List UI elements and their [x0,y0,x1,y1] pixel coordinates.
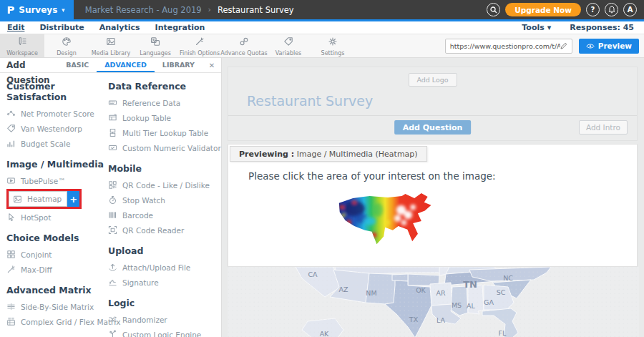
preview-button[interactable]: Preview [579,39,639,54]
background-us-map: CAAZNMOKARTNNCSCGAALMSTXLAFLAK [228,267,639,337]
add-logo-button[interactable]: Add Logo [408,73,457,87]
nav-tab-analytics[interactable]: Analytics [99,23,140,32]
bar-chart-icon [6,139,16,148]
section-mobile: MobileQR Code - Like / DislikeStop Watch… [108,163,220,238]
question-type-signature[interactable]: Signature [108,275,220,290]
panel-tab-library[interactable]: LIBRARY [155,58,203,72]
toolbar-item-label: Variables [275,50,302,57]
survey-nav: EditDistributeAnalyticsIntegration Tools… [0,21,644,34]
upgrade-now-button[interactable]: Upgrade Now [505,3,581,16]
question-type-label: Attach/Upload File [122,263,190,272]
toolbar-item-variables[interactable]: Variables [266,34,311,57]
question-type-custom-numeric-validator[interactable]: Custom Numeric Validator [108,140,220,155]
panel-tab-advanced[interactable]: ADVANCED [97,58,155,72]
question-type-reference-data[interactable]: Reference Data [108,95,220,110]
product-menu-label: Surveys [19,5,57,15]
question-type-lookup-table[interactable]: Lookup Table [108,110,220,125]
usa-heatmap-image[interactable] [333,192,445,258]
question-type-attach-upload-file[interactable]: Attach/Upload File [108,260,220,275]
question-type-budget-scale[interactable]: Budget Scale [6,136,104,151]
toolbar-item-languages[interactable]: Languages [133,34,177,57]
toolbar-item-label: Media Library [92,50,131,57]
question-type-tubepulse[interactable]: TubePulse™ [6,173,104,188]
state-label-tn: TN [463,279,477,290]
question-type-complex-grid-flex-matrix[interactable]: Complex Grid / Flex Matrix [6,314,104,329]
state-label-tx: TX [409,316,419,323]
question-type-qr-code-reader[interactable]: QR Code Reader [108,223,220,238]
state-label-ok: OK [416,286,426,294]
responses-count[interactable]: Responses: 45 [570,23,634,32]
nav-tab-edit[interactable]: Edit [7,23,24,32]
question-type-label: Custom Logic Engine [122,331,201,337]
signature-icon [108,278,117,287]
avatar[interactable]: A [623,3,637,16]
question-type-conjoint[interactable]: Conjoint [6,247,104,262]
product-switcher[interactable]: P Surveys ▾ [0,0,74,19]
toolbar-item-label: Settings [321,50,345,57]
panel-title: Add Question [0,58,58,72]
toolbar-item-workspace[interactable]: Workspace [0,34,44,57]
question-type-hotspot[interactable]: HotSpot [6,210,104,225]
shuffle-icon [108,315,117,324]
question-type-van-westendorp[interactable]: Van Westendorp [6,121,104,136]
toolbar-item-settings[interactable]: Settings [311,34,355,57]
question-type-label: QR Code Reader [122,226,184,235]
question-type-label: Net Promoter Score [21,109,94,118]
toolbar-item-finish-options[interactable]: Finish Options [177,34,222,57]
survey-title[interactable]: Restaurant Survey [247,93,373,109]
section-header: Customer Satisfaction [6,81,104,102]
qr-icon [108,180,117,190]
panel-tab-basic[interactable]: BASIC [58,58,97,72]
video-icon [6,176,16,185]
question-type-label: TubePulse™ [21,177,66,185]
question-type-net-promoter-score[interactable]: Net Promoter Score [6,106,104,121]
search-icon[interactable] [487,3,500,16]
question-type-qr-code-like-dislike[interactable]: QR Code - Like / Dislike [108,177,220,192]
survey-url-field[interactable] [445,39,572,54]
grid-icon [6,250,16,259]
add-intro-button[interactable]: Add Intro [579,120,628,135]
question-type-custom-logic-engine[interactable]: Custom Logic Engine [108,327,220,337]
question-type-multi-tier-lookup-table[interactable]: Multi Tier Lookup Table [108,125,220,140]
nav-tab-distribute[interactable]: Distribute [39,23,84,32]
survey-url-input[interactable] [450,42,560,50]
question-type-label: Barcode [122,211,153,220]
edit-url-pencil-icon[interactable] [560,42,567,49]
toolbar-item-advance-quotas[interactable]: Advance Quotas [222,34,266,57]
editor-toolbar: WorkspaceDesignMedia LibraryLanguagesFin… [0,34,644,58]
add-question-panel-header: Add Question BASICADVANCEDLIBRARY ✕ [0,58,221,73]
toolbar-item-label: Advance Quotas [220,50,267,57]
breadcrumb-project[interactable]: Market Research - Aug 2019 [85,5,202,15]
tools-menu[interactable]: Tools ▾ [522,23,551,32]
question-type-heatmap[interactable]: Heatmap [9,191,67,207]
state-label-ak: AK [320,330,329,337]
breadcrumb: Market Research - Aug 2019 › Restaurant … [85,5,294,15]
selected-question-type-highlight: Heatmap+ [6,189,82,209]
add-question-panel: Add Question BASICADVANCEDLIBRARY ✕ Cust… [0,58,222,337]
section-header: Advanced Matrix [6,285,104,296]
question-preview-card: Previewing : Image / Multimedia (Heatmap… [228,144,638,267]
question-type-stop-watch[interactable]: Stop Watch [108,192,220,207]
question-text: Please click the area of your interest o… [248,170,496,182]
question-type-label: Max-Diff [21,265,52,274]
nav-right: Tools ▾ Responses: 45 [522,23,637,32]
nav-tab-integration[interactable]: Integration [155,23,205,32]
question-type-randomizer[interactable]: Randomizer [108,312,220,327]
help-button[interactable]: ? [586,3,600,16]
add-heatmap-question-button[interactable]: + [67,191,79,207]
upload-icon [108,263,117,272]
question-type-max-diff[interactable]: Max-Diff [6,262,104,277]
state-label-la: LA [436,316,446,324]
close-icon[interactable]: ✕ [203,58,221,72]
add-question-button[interactable]: Add Question [394,120,472,135]
chevron-down-icon: ▾ [547,23,552,32]
questionpro-survey-editor: P Surveys ▾ Market Research - Aug 2019 ›… [0,0,644,337]
toolbar-item-media-library[interactable]: Media Library [89,34,133,57]
section-choice-models: Choice ModelsConjointMax-Diff [6,233,104,277]
notifications-bell-icon[interactable] [605,3,618,16]
question-type-label: Side-By-Side Matrix [21,303,94,311]
question-type-barcode[interactable]: Barcode [108,207,220,223]
toolbar-item-design[interactable]: Design [44,34,89,57]
matrix-icon [6,302,16,311]
question-type-side-by-side-matrix[interactable]: Side-By-Side Matrix [6,299,104,314]
